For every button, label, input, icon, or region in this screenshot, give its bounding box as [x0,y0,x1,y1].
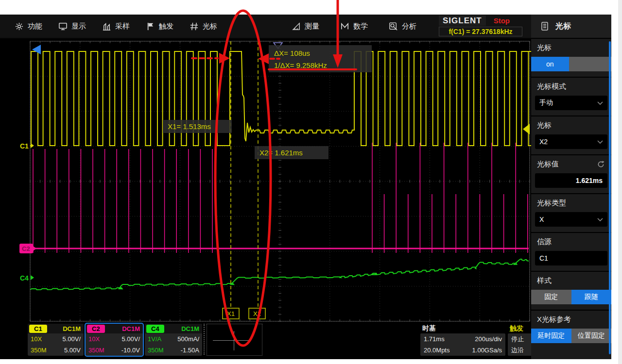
source-field[interactable]: C1 [535,251,607,265]
style-fixed-option[interactable]: 固定 [531,290,571,304]
trigger-level-marker[interactable] [523,124,530,134]
dialog-title: 光标 [555,21,571,32]
delta-x-value: ΔX= 108us [274,49,310,57]
waveform-preview-box[interactable] [207,324,262,356]
cursors-off-option[interactable] [569,57,611,71]
refresh-icon[interactable] [597,161,605,168]
c4-offset: -1.50A [181,347,199,353]
cursor-type-dropdown[interactable]: X [535,212,607,227]
c2-bandwidth: 350M [88,347,104,353]
c1-bandwidth: 350M [31,347,47,353]
c1-coupling: DC1M [63,326,81,332]
c4-offset-arrow-icon [31,275,34,280]
menu-item-acquire[interactable]: 采样 [102,15,130,38]
preview-crosshair-icon [234,331,234,350]
menu-item-label: 测量 [305,22,319,31]
channel-box-c4[interactable]: C4 DC1M 1V/A500mA/ 350M-1.50A [145,324,202,356]
cursor-mode-dropdown[interactable]: 手动 [535,96,607,110]
c4-badge: C4 [146,325,164,333]
cursors-on-option[interactable]: on [531,57,569,71]
status-bar: C1 DC1M 10X5.00V/ 350M5.00V C2 DC1M 10X5… [0,322,531,359]
c2-badge: C2 [87,325,105,333]
c4-bandwidth: 350M [148,347,164,353]
cursor-x2-tag-label: X2 [253,310,261,317]
xref-delay-fixed-option[interactable]: 延时固定 [531,329,571,343]
menu-item-trigger[interactable]: 触发 [146,15,173,38]
cursor-value-label: 光标值 [537,160,559,169]
c2-offset-label: C2 [22,245,30,252]
menu-item-cursors[interactable]: 光标 [190,15,217,38]
cursor-value-text: 1.621ms [576,177,603,184]
menu-item-label: 数学 [353,22,368,31]
menu-item-math[interactable]: 数学 [340,15,368,38]
section-cursors-onoff: 光标 on [531,39,611,77]
menu-item-label: 显示 [71,22,86,31]
cursor-type-value: X [539,215,544,223]
section-cursor-value: 光标值 1.621ms [531,154,611,193]
x-reference-label: X光标参考 [537,315,571,324]
cursor-grid-icon [190,22,199,31]
trigger-flag-icon [146,22,155,31]
section-x-reference: X光标参考 延时固定 位置固定 [531,310,611,348]
waveform-display[interactable]: C1 C2 C4 X1 X2 ΔX= 108us 1/ΔX= 9.258kHz … [0,39,531,322]
cursors-onoff-toggle[interactable]: on [531,57,611,71]
gear-icon [15,22,24,31]
channel-box-c1[interactable]: C1 DC1M 10X5.00V/ 350M5.00V [28,324,84,356]
section-cursor-type: 光标类型 X [531,193,611,232]
c4-offset-marker[interactable]: C4 [20,274,29,282]
cursor-mode-value: 手动 [539,99,553,107]
panel-scrollbar[interactable] [609,41,611,354]
cursor-select-dropdown[interactable]: X2 [535,134,607,149]
preview-crosshair-icon [213,340,251,341]
c1-offset-marker[interactable]: C1 [20,142,29,150]
cursors-onoff-label: 光标 [537,43,552,52]
style-toggle[interactable]: 固定 跟随 [531,290,611,304]
c2-probe: 10X [88,336,100,342]
dialog-header[interactable]: 光标 [531,15,611,39]
math-icon [340,22,349,31]
run-state-indicator[interactable]: Stop [494,17,510,25]
style-follow-option[interactable]: 跟随 [571,290,612,304]
chevron-down-icon [597,140,603,144]
menu-item-analysis[interactable]: 分析 [389,15,416,38]
cursor-select-value: X2 [539,138,548,146]
c2-offset-arrow-icon [33,246,36,251]
menu-item-label: 采样 [115,22,130,31]
x2-value: X2= 1.621ms [259,149,303,157]
horizontal-position-marker[interactable] [32,45,41,54]
c1-badge: C1 [29,325,47,333]
c1-offset-arrow-icon [31,143,34,148]
c1-offset: 5.00V [64,347,81,353]
section-cursor-mode: 光标模式 手动 [531,77,611,116]
cursor-mode-label: 光标模式 [537,82,566,91]
menu-item-display[interactable]: 显示 [58,15,86,38]
page-scrollbar-strip [618,0,622,364]
c1-probe: 10X [31,336,42,342]
c1-scale: 5.00V/ [62,336,81,342]
c4-probe: 1V/A [148,336,161,342]
timebase-delay: 1.71ms [424,335,445,343]
section-style: 样式 固定 跟随 [531,271,611,310]
section-source: 信源 C1 [531,232,611,271]
xref-position-fixed-option[interactable]: 位置固定 [571,329,612,343]
menu-item-function[interactable]: 功能 [15,15,42,38]
acquire-icon [102,22,111,31]
siglent-logo: SIGLENT [439,16,486,26]
x1-value: X1= 1.513ms [168,122,211,131]
cursor-value-input[interactable]: 1.621ms [535,173,607,188]
menu-item-measure[interactable]: 测量 [292,15,319,38]
brand-status-block: SIGLENT Stop f(C1) = 27.37618kHz [439,15,525,38]
x-reference-toggle[interactable]: 延时固定 位置固定 [531,329,611,343]
measure-icon [292,22,301,31]
inverse-delta-x-value: 1/ΔX= 9.258kHz [274,61,327,69]
memory-depth: 20.0Mpts [424,347,449,354]
menu-bar: 功能 显示 采样 触发 光标 测量 数学 分析 [0,15,531,38]
display-icon [58,22,68,31]
cursor-select-label: 光标 [537,121,552,130]
timebase-box[interactable]: 时基 1.71ms200us/div 20.0Mpts1.00GSa/s [420,324,505,356]
cursor-x1-tag-label: X1 [227,310,235,317]
frequency-counter-readout: f(C1) = 27.37618kHz [439,27,522,36]
trigger-state: 停止 [511,335,524,344]
channel-box-c2[interactable]: C2 DC1M 10X5.00V/ 350M-10.0V [86,324,143,356]
menu-item-label: 功能 [28,22,42,31]
